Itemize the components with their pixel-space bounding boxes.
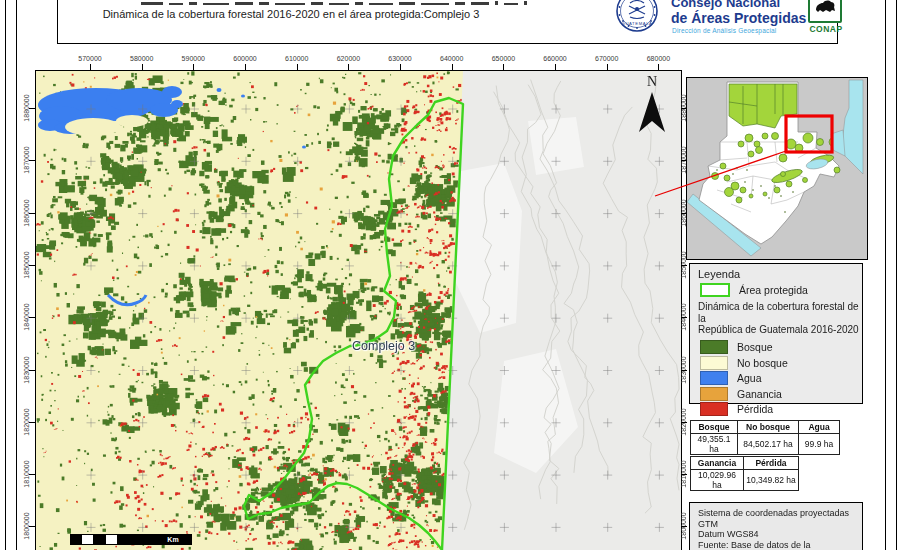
bosque-swatch xyxy=(700,340,728,354)
x-tick-label: 680000 xyxy=(638,55,678,62)
agua-swatch xyxy=(700,371,728,385)
org-subunit: Dirección de Análisis Geoespacial xyxy=(672,27,777,34)
clipped-title-text xyxy=(141,1,541,5)
y-tick-mark xyxy=(29,370,35,371)
no-bosque-value: 84,502.17 ha xyxy=(738,434,799,455)
north-letter: N xyxy=(634,74,670,90)
protected-area-swatch xyxy=(700,283,730,297)
y-tick-mark xyxy=(681,422,687,423)
conap-logo xyxy=(808,0,842,23)
y-tick-mark xyxy=(681,317,687,318)
x-tick-label: 570000 xyxy=(70,55,110,62)
x-tick-mark xyxy=(297,64,298,70)
x-tick-mark xyxy=(607,64,608,70)
protected-area-swatch-label: Área protegida xyxy=(739,284,808,296)
scale-bar-segment xyxy=(106,535,117,544)
conap-logo-label: CONAP xyxy=(806,24,846,34)
perdida-swatch xyxy=(700,402,728,416)
x-tick-label: 600000 xyxy=(225,55,265,62)
x-tick-mark xyxy=(245,64,246,70)
protected-area-label: Complejo 3 xyxy=(352,339,415,353)
x-tick-mark xyxy=(348,64,349,70)
x-tick-label: 610000 xyxy=(277,55,317,62)
org-name-line2: de Áreas Protegidas xyxy=(671,10,806,26)
scale-bar-segment xyxy=(82,535,93,544)
x-tick-label: 620000 xyxy=(328,55,368,62)
y-tick-mark xyxy=(681,370,687,371)
change-table: Ganancia Pérdida 10,029.96 ha 10,349.82 … xyxy=(690,456,799,491)
no-bosque-swatch xyxy=(700,356,728,370)
y-tick-mark xyxy=(681,474,687,475)
x-tick-mark xyxy=(503,64,504,70)
map-subtitle: Dinámica de la cobertura forestal 2016-2… xyxy=(61,8,521,20)
y-tick-mark xyxy=(29,160,35,161)
x-tick-mark xyxy=(658,64,659,70)
north-arrow-icon xyxy=(634,90,670,136)
y-tick-mark xyxy=(681,526,687,527)
perdida-value: 10,349.82 ha xyxy=(744,470,799,491)
coordinate-system-info: Sistema de coordenadas proyectadas GTM D… xyxy=(689,502,863,550)
main-map xyxy=(35,70,682,550)
x-tick-label: 670000 xyxy=(587,55,627,62)
legend-item-ganancia: Ganancia xyxy=(700,386,862,402)
scale-bar: Km xyxy=(70,534,192,545)
y-tick-mark xyxy=(29,317,35,318)
x-tick-label: 590000 xyxy=(173,55,213,62)
agua-value: 99.9 ha xyxy=(799,434,840,455)
legend-item-perdida: Pérdida xyxy=(700,402,862,418)
legend-item-bosque: Bosque xyxy=(700,340,862,356)
scale-bar-unit: Km xyxy=(159,536,187,543)
legend-item-agua: Agua xyxy=(700,371,862,387)
x-tick-mark xyxy=(193,64,194,70)
y-tick-mark xyxy=(681,265,687,266)
ganancia-swatch xyxy=(700,387,728,401)
north-arrow: N xyxy=(634,74,670,138)
ganancia-value: 10,029.96 ha xyxy=(691,470,744,491)
y-tick-mark xyxy=(29,108,35,109)
guatemala-seal-logo: GUATEMALA xyxy=(615,0,659,33)
seal-text: GUATEMALA xyxy=(622,21,653,26)
legend-subtitle: Dinámica de la cobertura forestal de la … xyxy=(698,301,862,336)
legend: Leyenda Área protegida Dinámica de la co… xyxy=(689,263,863,404)
coverage-table: Bosque No bosque Agua 49,355.1 ha 84,502… xyxy=(690,420,840,455)
y-tick-mark xyxy=(29,474,35,475)
legend-item-no-bosque: No bosque xyxy=(700,355,862,371)
legend-protected-area: Área protegida xyxy=(700,283,862,297)
y-tick-mark xyxy=(29,422,35,423)
y-tick-mark xyxy=(29,213,35,214)
forest-cover-map-canvas xyxy=(36,71,681,550)
guatemala-inset-map xyxy=(686,77,868,260)
jaguar-icon xyxy=(813,0,837,17)
x-tick-mark xyxy=(90,64,91,70)
x-tick-label: 650000 xyxy=(483,55,523,62)
bosque-value: 49,355.1 ha xyxy=(691,434,738,455)
y-tick-mark xyxy=(29,265,35,266)
x-tick-label: 660000 xyxy=(535,55,575,62)
x-tick-mark xyxy=(555,64,556,70)
x-tick-label: 630000 xyxy=(380,55,420,62)
header-box: Dinámica de la cobertura forestal 2016-2… xyxy=(57,0,838,44)
legend-title: Leyenda xyxy=(698,268,862,280)
y-tick-mark xyxy=(29,526,35,527)
x-tick-mark xyxy=(142,64,143,70)
x-tick-label: 640000 xyxy=(432,55,472,62)
x-tick-mark xyxy=(452,64,453,70)
x-tick-label: 580000 xyxy=(122,55,162,62)
x-tick-mark xyxy=(400,64,401,70)
org-name-line1: Consejo Nacional xyxy=(671,0,780,10)
